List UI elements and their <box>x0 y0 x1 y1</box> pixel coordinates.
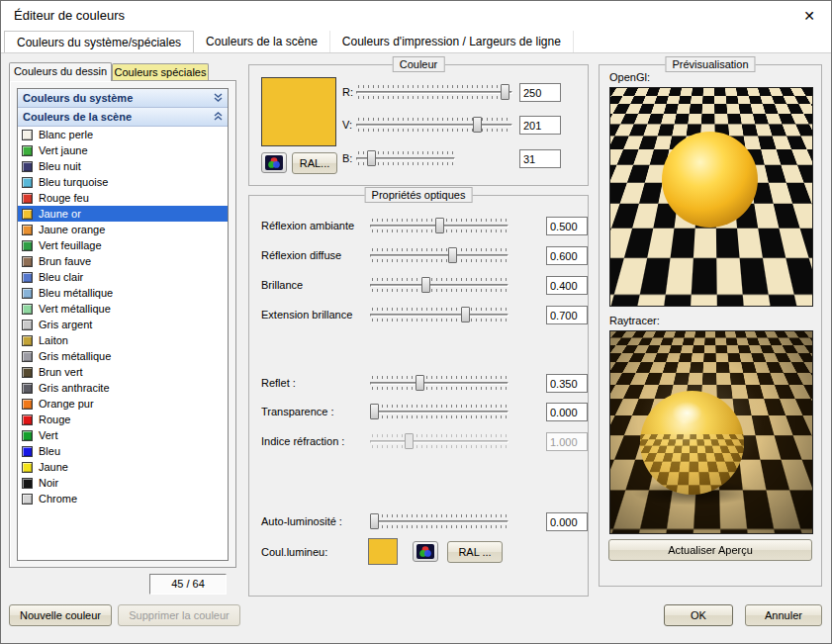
color-list-item[interactable]: Jaune orange <box>18 222 228 237</box>
channel-value-input[interactable] <box>519 149 561 168</box>
color-list-item[interactable]: Bleu clair <box>18 269 228 285</box>
slider-ticks <box>372 525 507 528</box>
color-name: Vert <box>39 429 58 441</box>
color-list-item[interactable]: Gris anthracite <box>18 380 228 396</box>
color-chip <box>22 130 33 140</box>
color-list-item[interactable]: Noir <box>18 475 228 491</box>
color-list-items: Blanc perleVert jauneBleu nuitBleu turqu… <box>18 127 228 506</box>
slider-track <box>370 520 508 523</box>
slider[interactable] <box>370 374 508 392</box>
channel-value-input[interactable] <box>519 83 561 102</box>
optics-value-input[interactable] <box>546 306 588 324</box>
color-list-item[interactable]: Rouge feu <box>18 190 228 206</box>
color-list-item[interactable]: Vert <box>18 427 228 443</box>
slider[interactable] <box>356 83 512 101</box>
optics-value-input[interactable] <box>546 403 588 421</box>
color-wheel-icon <box>416 544 434 559</box>
color-name: Gris métallique <box>39 350 111 362</box>
close-icon[interactable]: ✕ <box>797 5 821 27</box>
slider-ticks <box>372 514 507 517</box>
slider[interactable] <box>356 116 512 134</box>
subtab-drawing-colors[interactable]: Couleurs du dessin <box>9 62 112 81</box>
slider-track <box>370 440 508 443</box>
color-chip <box>22 256 33 267</box>
chevron-double-up-icon[interactable] <box>213 112 224 122</box>
color-list-item[interactable]: Laiton <box>18 332 228 348</box>
slider-track <box>370 411 508 414</box>
section-header-label: Couleurs de la scène <box>23 111 132 123</box>
subtab-special-colors[interactable]: Couleurs spéciales <box>112 63 209 81</box>
slider-thumb[interactable] <box>435 218 444 233</box>
color-list-item[interactable]: Gris métallique <box>18 348 228 364</box>
optics-value-input[interactable] <box>546 512 588 531</box>
slider-track <box>370 284 508 287</box>
refresh-preview-button[interactable]: Actualiser Aperçu <box>608 539 812 561</box>
slider-ticks <box>372 289 507 292</box>
color-list-item[interactable]: Bleu turquoise <box>18 174 228 190</box>
slider[interactable] <box>370 306 508 323</box>
opengl-label: OpenGl: <box>609 71 650 83</box>
slider-thumb[interactable] <box>367 150 376 166</box>
color-chip <box>22 367 33 378</box>
slider[interactable] <box>370 246 508 264</box>
color-list-item[interactable]: Vert feuillage <box>18 237 228 253</box>
luminous-ral-button[interactable]: RAL ... <box>447 541 503 563</box>
slider-thumb[interactable] <box>416 375 424 391</box>
cancel-button[interactable]: Annuler <box>745 604 822 626</box>
color-list-item[interactable]: Jaune or <box>18 206 228 222</box>
optics-value-input[interactable] <box>546 374 588 393</box>
color-list-item[interactable]: Vert jaune <box>18 142 228 158</box>
tab-scene-colors[interactable]: Couleurs de la scène <box>194 31 330 52</box>
slider-thumb <box>405 433 414 449</box>
slider[interactable] <box>370 276 508 294</box>
color-chip <box>22 145 33 156</box>
color-list-item[interactable]: Rouge <box>18 412 228 427</box>
slider-thumb[interactable] <box>370 404 379 419</box>
opengl-preview-image <box>609 87 813 307</box>
slider[interactable] <box>370 217 508 234</box>
slider-thumb[interactable] <box>461 307 470 322</box>
tab-system-special-colors[interactable]: Couleurs du système/spéciales <box>4 31 194 52</box>
slider-ticks <box>372 434 507 437</box>
color-list-item[interactable]: Blanc perle <box>18 127 228 142</box>
slider-ticks <box>358 85 510 88</box>
optics-value-input[interactable] <box>546 276 588 295</box>
color-list-item[interactable]: Gris argent <box>18 317 228 332</box>
color-list-item[interactable]: Vert métallique <box>18 301 228 317</box>
slider[interactable] <box>356 149 455 167</box>
slider-thumb[interactable] <box>448 247 457 263</box>
color-list-item[interactable]: Orange pur <box>18 396 228 412</box>
color-list-item[interactable]: Chrome <box>18 491 228 506</box>
section-header-system-colors[interactable]: Couleurs du système <box>18 89 228 108</box>
slider[interactable] <box>370 403 508 420</box>
color-name: Bleu métallique <box>39 287 113 299</box>
color-chip <box>22 446 33 457</box>
color-list-item[interactable]: Bleu <box>18 443 228 459</box>
slider-thumb[interactable] <box>473 117 482 133</box>
color-list-item[interactable]: Jaune <box>18 459 228 475</box>
color-list-item[interactable]: Bleu nuit <box>18 158 228 174</box>
slider[interactable] <box>370 512 508 530</box>
optics-value-input[interactable] <box>546 217 588 235</box>
optics-row-reflection: Reflet : <box>249 374 588 393</box>
slider-thumb[interactable] <box>501 84 509 100</box>
optics-value-input[interactable] <box>546 246 588 265</box>
color-chip <box>22 240 33 251</box>
section-header-scene-colors[interactable]: Couleurs de la scène <box>18 108 228 127</box>
tab-print-colors-line-widths[interactable]: Couleurs d'impression / Largeurs de lign… <box>330 31 574 52</box>
color-name: Jaune <box>39 461 68 473</box>
color-list-item[interactable]: Brun vert <box>18 364 228 380</box>
channel-value-input[interactable] <box>519 116 561 135</box>
new-color-button[interactable]: Nouvelle couleur <box>9 604 112 626</box>
color-list-item[interactable]: Brun fauve <box>18 253 228 269</box>
slider-thumb[interactable] <box>370 513 379 529</box>
ok-button[interactable]: OK <box>664 604 733 626</box>
slider-thumb[interactable] <box>421 277 430 293</box>
color-chip <box>22 272 33 283</box>
color-list-item[interactable]: Bleu métallique <box>18 285 228 301</box>
luminous-color-picker-button[interactable] <box>413 541 438 562</box>
raytracer-preview-image <box>609 330 813 534</box>
color-chip <box>22 414 33 425</box>
chevron-double-down-icon[interactable] <box>213 93 224 103</box>
slider-ticks <box>372 387 507 390</box>
